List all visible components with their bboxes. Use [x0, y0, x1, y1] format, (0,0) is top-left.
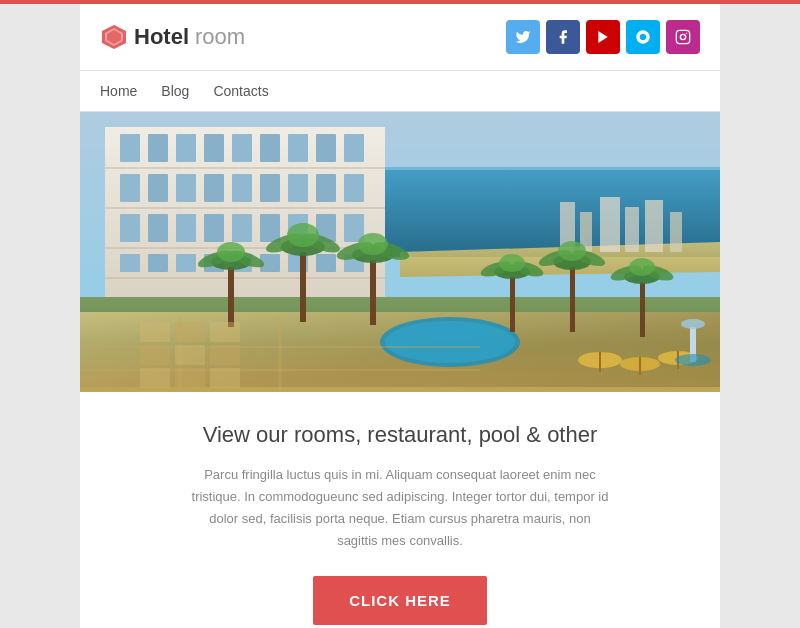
svg-rect-22 [120, 134, 140, 162]
svg-rect-105 [140, 322, 170, 342]
svg-rect-31 [120, 174, 140, 202]
content-body: Parcu fringilla luctus quis in mi. Aliqu… [190, 464, 610, 552]
svg-rect-4 [676, 30, 689, 43]
nav-contacts[interactable]: Contacts [213, 83, 268, 99]
svg-rect-13 [600, 197, 620, 252]
svg-rect-110 [210, 345, 240, 365]
svg-rect-8 [380, 167, 720, 257]
svg-point-104 [675, 354, 711, 366]
svg-point-61 [385, 321, 515, 363]
svg-rect-39 [344, 174, 364, 202]
svg-point-75 [287, 223, 319, 247]
svg-rect-51 [176, 254, 196, 272]
svg-rect-9 [380, 167, 720, 170]
svg-rect-24 [176, 134, 196, 162]
svg-rect-66 [228, 267, 234, 327]
svg-point-103 [681, 319, 705, 329]
logo-area: Hotelroom [100, 23, 245, 51]
header: Hotelroom [80, 4, 720, 71]
svg-rect-25 [204, 134, 224, 162]
svg-rect-32 [148, 174, 168, 202]
svg-rect-34 [204, 174, 224, 202]
svg-point-90 [558, 241, 586, 261]
svg-rect-50 [148, 254, 168, 272]
skype-icon[interactable] [626, 20, 660, 54]
svg-point-85 [499, 254, 525, 272]
svg-rect-29 [316, 134, 336, 162]
svg-rect-107 [210, 322, 240, 342]
svg-rect-86 [570, 267, 575, 332]
svg-rect-76 [370, 260, 376, 325]
svg-rect-99 [639, 357, 641, 375]
hotel-scene-svg [80, 112, 720, 392]
svg-rect-27 [260, 134, 280, 162]
svg-point-6 [686, 33, 687, 34]
content-section: View our rooms, restaurant, pool & other… [80, 392, 720, 628]
svg-rect-91 [640, 282, 645, 337]
email-container: Hotelroom [80, 4, 720, 628]
svg-rect-28 [288, 134, 308, 162]
instagram-icon[interactable] [666, 20, 700, 54]
svg-rect-81 [510, 277, 515, 332]
svg-rect-106 [175, 322, 205, 342]
svg-rect-44 [232, 214, 252, 242]
svg-rect-20 [105, 247, 385, 249]
svg-rect-111 [140, 368, 170, 388]
svg-rect-30 [344, 134, 364, 162]
svg-rect-41 [148, 214, 168, 242]
navigation: Home Blog Contacts [80, 71, 720, 112]
svg-rect-43 [204, 214, 224, 242]
svg-rect-38 [316, 174, 336, 202]
svg-rect-112 [175, 368, 205, 388]
svg-rect-97 [599, 352, 601, 372]
svg-rect-109 [175, 345, 205, 365]
svg-rect-16 [670, 212, 682, 252]
hero-image [80, 112, 720, 392]
svg-point-80 [358, 233, 388, 255]
svg-point-5 [680, 34, 685, 39]
svg-rect-113 [210, 368, 240, 388]
svg-rect-33 [176, 174, 196, 202]
logo-icon [100, 23, 128, 51]
content-title: View our rooms, restaurant, pool & other [120, 422, 680, 448]
svg-rect-23 [148, 134, 168, 162]
svg-marker-3 [598, 31, 607, 43]
svg-rect-19 [105, 207, 385, 209]
svg-rect-26 [232, 134, 252, 162]
svg-rect-108 [140, 345, 170, 365]
svg-rect-35 [232, 174, 252, 202]
svg-rect-40 [120, 214, 140, 242]
svg-rect-36 [260, 174, 280, 202]
nav-home[interactable]: Home [100, 83, 137, 99]
svg-rect-49 [120, 254, 140, 272]
svg-rect-21 [105, 277, 385, 279]
logo-text-room: room [195, 24, 245, 50]
svg-point-70 [217, 242, 245, 262]
social-icons-group [506, 20, 700, 54]
svg-rect-14 [625, 207, 639, 252]
svg-rect-18 [105, 167, 385, 169]
logo-text-hotel: Hotel [134, 24, 189, 50]
svg-rect-45 [260, 214, 280, 242]
svg-rect-42 [176, 214, 196, 242]
facebook-icon[interactable] [546, 20, 580, 54]
svg-rect-71 [300, 252, 306, 322]
nav-blog[interactable]: Blog [161, 83, 189, 99]
twitter-icon[interactable] [506, 20, 540, 54]
svg-rect-37 [288, 174, 308, 202]
cta-button[interactable]: CLICK HERE [313, 576, 487, 625]
youtube-icon[interactable] [586, 20, 620, 54]
svg-rect-15 [645, 200, 663, 252]
svg-rect-56 [316, 254, 336, 272]
svg-point-95 [629, 258, 655, 276]
